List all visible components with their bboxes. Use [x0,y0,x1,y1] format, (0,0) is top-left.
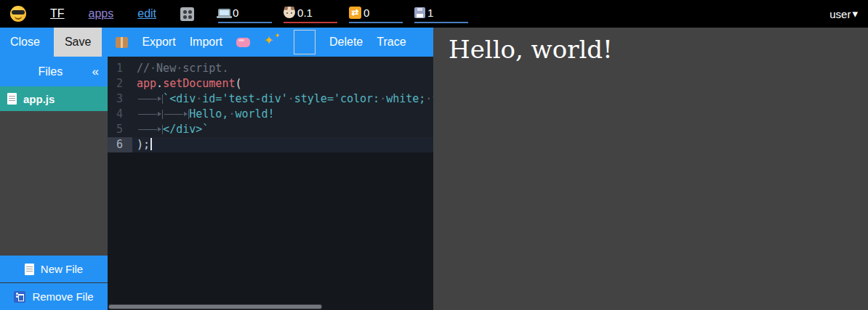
code-line[interactable]: 6); [108,137,433,152]
soap-icon[interactable] [236,38,250,47]
collapse-sidebar-button[interactable]: « [92,65,99,79]
code-token: f [432,92,433,105]
line-number: 6 [108,137,132,152]
code-token: · [288,92,294,105]
code-token: Hello, [189,107,228,121]
hamster-counter-field[interactable]: 0.1 [284,4,337,23]
files-panel-title: Files [38,65,63,78]
repeat-counter-field[interactable]: 0 [349,4,403,23]
top-navigation-bar: TF apps edit 0 0.1 0 1 user ▾ [0,0,868,28]
line-number: 3 [108,91,132,107]
storage-counter-value: 1 [427,7,433,19]
code-line[interactable]: 5</div>` [108,122,433,137]
repeat-icon [349,7,361,19]
editor-toolbar: Close Save Export Import Delete Trace [0,28,433,57]
file-item-appjs[interactable]: app.js [0,86,108,111]
remove-file-button[interactable]: Remove File [0,283,108,310]
code-token: `<div [163,92,196,105]
app-window: TF apps edit 0 0.1 0 1 user ▾ [0,0,868,310]
document-icon [7,93,17,105]
import-button[interactable]: Import [190,36,222,49]
delete-button[interactable]: Delete [329,36,363,49]
sidebar-spacer [0,111,108,256]
tab-whitespace-marker [163,110,189,119]
code-lines: 1//·New·script.2app.setDocument(3`<div·i… [108,57,433,152]
edit-link[interactable]: edit [137,7,156,20]
close-button[interactable]: Close [10,36,40,49]
code-token: </div>` [163,123,209,136]
user-menu[interactable]: user ▾ [829,7,858,20]
code-token: // [137,62,150,75]
new-file-label: New File [41,263,83,275]
brand-link-tf[interactable]: TF [50,7,65,20]
code-token: style='color: [294,92,379,105]
new-file-icon [25,264,34,275]
files-sidebar: Files « app.js New File R [0,57,108,310]
code-token: id='test-div' [202,92,287,105]
code-token: New [156,62,176,75]
sparkles-icon[interactable] [264,34,280,50]
smiley-sunglasses-icon[interactable] [10,6,26,22]
control-knobs-icon[interactable] [180,7,194,21]
code-line-content: //·New·script. [132,61,433,76]
tab-whitespace-marker [137,110,163,119]
new-file-button[interactable]: New File [0,256,108,282]
output-preview-panel: Hello, world! [433,28,868,310]
code-line-content: `<div·id='test-div'·style='color:·white;… [132,91,433,107]
apps-link[interactable]: apps [89,7,114,20]
code-token: ); [137,138,150,151]
save-button[interactable]: Save [54,28,102,57]
trace-button[interactable]: Trace [377,36,406,49]
code-line[interactable]: 2app.setDocument( [108,76,433,91]
status-counters: 0 0.1 0 1 [218,4,468,23]
package-icon[interactable] [116,37,128,48]
code-token: · [176,62,182,75]
tab-whitespace-marker [137,94,163,104]
code-line-content: ); [132,137,433,152]
cpu-counter-field[interactable]: 0 [218,4,272,23]
code-token: world! [235,107,274,121]
user-menu-label: user [829,8,851,20]
code-token: · [379,92,386,105]
floppy-disk-icon [414,7,425,18]
code-token: · [150,62,156,75]
line-number: 1 [108,61,132,76]
code-line[interactable]: 3`<div·id='test-div'·style='color:·white… [108,91,433,107]
hamster-counter-value: 0.1 [297,7,313,19]
code-editor[interactable]: 1//·New·script.2app.setDocument(3`<div·i… [108,57,433,310]
code-token: · [196,92,202,105]
code-token: setDocument [163,77,235,90]
code-token: ( [235,77,241,90]
horizontal-scrollbar-thumb[interactable] [109,305,321,309]
code-token: . [156,77,163,90]
laptop-icon [218,9,230,17]
line-number: 5 [108,122,132,137]
remove-file-label: Remove File [32,290,93,303]
repeat-counter-value: 0 [363,7,369,19]
code-line-content: app.setDocument( [132,76,433,91]
tab-whitespace-marker [137,125,163,134]
code-token: app [137,77,156,90]
code-line[interactable]: 1//·New·script. [108,61,433,76]
storage-counter-field[interactable]: 1 [414,4,468,23]
text-cursor [150,138,152,150]
hamster-icon [284,7,295,18]
export-button[interactable]: Export [142,36,175,49]
line-number: 4 [108,107,132,122]
empty-toolbar-button[interactable] [294,30,316,54]
line-number: 2 [108,76,132,91]
code-line-content: </div>` [132,122,433,137]
output-heading: Hello, world! [449,34,868,65]
cpu-counter-value: 0 [233,7,238,19]
code-token: white; [386,92,425,105]
code-line[interactable]: 4Hello,·world! [108,107,433,122]
code-token: script. [182,62,228,75]
chevron-down-icon: ▾ [852,7,858,20]
files-panel-header: Files « [0,57,108,86]
litter-bin-icon [14,291,25,303]
code-line-content: Hello,·world! [132,107,433,122]
file-item-label: app.js [23,93,55,105]
